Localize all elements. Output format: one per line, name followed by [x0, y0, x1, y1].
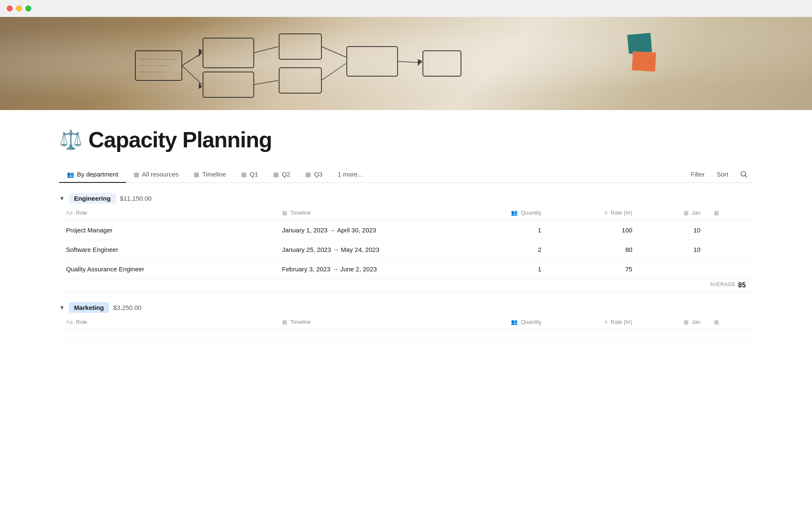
q2-icon: ▦ [273, 171, 279, 178]
quantity-icon: 👥 [511, 210, 518, 216]
rate-icon: # [604, 210, 607, 216]
svg-rect-3 [279, 34, 321, 59]
jan-cell [639, 330, 707, 342]
tab-q2[interactable]: ▦ Q2 [266, 166, 298, 183]
jan-cell: 10 [639, 240, 707, 260]
marketing-section-header: ▼ Marketing $3,250.00 [59, 302, 753, 313]
extra-icon: ▦ [714, 210, 719, 216]
jan-cell [639, 260, 707, 279]
mth-extra-icon: ▦ [714, 319, 719, 325]
by-dept-icon: 👥 [67, 171, 74, 178]
jan-cell: 10 [639, 221, 707, 240]
section-divider [59, 292, 753, 292]
quantity-cell: 2 [469, 240, 548, 260]
engineering-amount: $11,150.00 [120, 195, 152, 202]
section-marketing: ▼ Marketing $3,250.00 Aa Role ▦ Timeline… [59, 302, 753, 342]
table-row: Project Manager January 1, 2023 → April … [59, 221, 753, 240]
all-resources-icon: ▦ [134, 171, 139, 178]
mth-quantity-icon: 👥 [511, 319, 518, 325]
role-cell: Quality Assurance Engineer [59, 260, 275, 279]
rate-cell: 75 [548, 260, 639, 279]
tab-more-label: 1 more... [337, 171, 362, 178]
mth-timeline-icon: ▦ [282, 319, 287, 325]
role-cell: Software Engineer [59, 240, 275, 260]
svg-rect-5 [347, 47, 398, 76]
svg-rect-4 [279, 68, 321, 93]
engineering-average-row: AVERAGE 85 [59, 279, 753, 292]
marketing-table: Aa Role ▦ Timeline 👥 Quantity # Rate (hr… [59, 315, 753, 342]
mth-rate: # Rate (hr) [548, 315, 639, 330]
marketing-badge: Marketing [69, 302, 109, 313]
table-row [59, 330, 753, 342]
extra-cell [707, 221, 753, 240]
window-chrome [0, 0, 812, 17]
engineering-table-header: Aa Role ▦ Timeline 👥 Quantity # Rate (hr… [59, 205, 753, 221]
marketing-collapse-arrow[interactable]: ▼ [59, 304, 65, 311]
close-button[interactable] [7, 6, 13, 11]
marketing-table-header: Aa Role ▦ Timeline 👥 Quantity # Rate (hr… [59, 315, 753, 330]
tab-q1[interactable]: ▦ Q1 [233, 166, 266, 183]
svg-rect-1 [203, 38, 254, 68]
timeline-icon: ▦ [194, 171, 199, 178]
rate-cell [548, 330, 639, 342]
tab-all-resources-label: All resources [142, 171, 179, 178]
timeline-cell: January 25, 2023 → May 24, 2023 [275, 240, 469, 260]
th-extra: ▦ [707, 205, 753, 221]
mth-jan-icon: ▦ [683, 319, 689, 325]
tab-q3[interactable]: ▦ Q3 [298, 166, 330, 183]
th-role: Aa Role [59, 205, 275, 221]
tab-more[interactable]: 1 more... [330, 166, 370, 183]
section-engineering: ▼ Engineering $11,150.00 Aa Role ▦ Timel… [59, 193, 753, 292]
svg-line-11 [321, 47, 346, 57]
tab-all-resources[interactable]: ▦ All resources [126, 166, 187, 183]
q3-icon: ▦ [305, 171, 311, 178]
timeline-cell: February 3, 2023 → June 2, 2023 [275, 260, 469, 279]
tab-by-department[interactable]: 👥 By department [59, 166, 126, 183]
tab-by-dept-label: By department [77, 171, 118, 178]
mth-jan: ▦ Jan [639, 315, 707, 330]
filter-button[interactable]: Filter [686, 168, 710, 180]
engineering-section-header: ▼ Engineering $11,150.00 [59, 193, 753, 204]
quantity-cell [469, 330, 548, 342]
minimize-button[interactable] [16, 6, 22, 11]
svg-line-9 [254, 47, 278, 53]
tab-timeline-label: Timeline [202, 171, 226, 178]
role-aa-icon: Aa [66, 210, 73, 216]
mth-extra: ▦ [707, 315, 753, 330]
tab-timeline[interactable]: ▦ Timeline [186, 166, 233, 183]
sort-button[interactable]: Sort [711, 168, 733, 180]
role-cell [59, 330, 275, 342]
search-button[interactable] [735, 168, 753, 181]
extra-cell [707, 240, 753, 260]
timeline-cell [275, 330, 469, 342]
maximize-button[interactable] [25, 6, 31, 11]
pantone-swatches [628, 34, 651, 73]
role-cell: Project Manager [59, 221, 275, 240]
engineering-badge: Engineering [69, 193, 116, 204]
extra-cell [707, 330, 753, 342]
average-label: AVERAGE [710, 282, 736, 289]
extra-cell [707, 260, 753, 279]
pantone-orange-swatch [632, 51, 656, 72]
rate-cell: 80 [548, 240, 639, 260]
mth-aa-icon: Aa [66, 319, 73, 325]
th-timeline: ▦ Timeline [275, 205, 469, 221]
svg-line-21 [745, 175, 747, 177]
search-icon [740, 171, 748, 178]
svg-rect-6 [423, 51, 461, 76]
table-row: Quality Assurance Engineer February 3, 2… [59, 260, 753, 279]
sort-label: Sort [716, 171, 728, 178]
page-title-row: ⚖️ Capacity Planning [59, 127, 753, 152]
tabs-right-actions: Filter Sort [686, 168, 753, 181]
average-value: 85 [738, 282, 746, 289]
rate-cell: 100 [548, 221, 639, 240]
jan-icon: ▦ [683, 210, 689, 216]
tab-q1-label: Q1 [250, 171, 258, 178]
table-row: Software Engineer January 25, 2023 → May… [59, 240, 753, 260]
mth-timeline: ▦ Timeline [275, 315, 469, 330]
mth-quantity: 👥 Quantity [469, 315, 548, 330]
hero-sketch [127, 25, 465, 102]
engineering-collapse-arrow[interactable]: ▼ [59, 195, 65, 202]
svg-line-8 [182, 66, 202, 85]
quantity-cell: 1 [469, 221, 548, 240]
